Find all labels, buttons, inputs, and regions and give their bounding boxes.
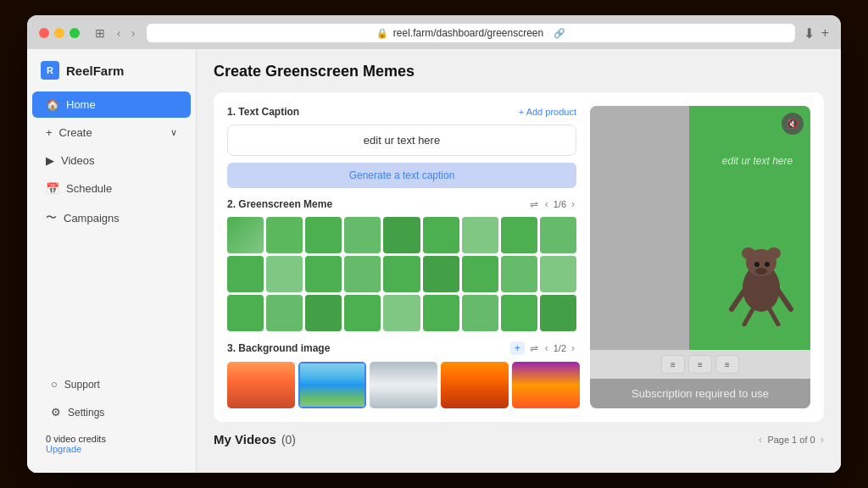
generate-caption-button[interactable]: Generate a text caption: [227, 163, 576, 188]
bg-item[interactable]: [441, 362, 509, 408]
traffic-light-green[interactable]: [70, 28, 80, 38]
bg-next-arrow[interactable]: ›: [570, 342, 576, 354]
gs-item[interactable]: [266, 217, 303, 253]
add-product-button[interactable]: + Add product: [519, 107, 576, 117]
page-next-arrow[interactable]: ›: [821, 433, 824, 446]
align-right-icon: ≡: [725, 360, 730, 369]
svg-point-2: [742, 247, 755, 259]
home-icon: 🏠: [46, 98, 59, 111]
forward-button[interactable]: ›: [128, 25, 139, 42]
download-icon[interactable]: ⬇: [804, 25, 815, 42]
address-bar[interactable]: 🔒 reel.farm/dashboard/greenscreen 🔗: [147, 24, 794, 42]
bg-item[interactable]: [370, 362, 437, 408]
sidebar-videos-label: Videos: [61, 154, 95, 167]
gs-item[interactable]: [462, 256, 498, 292]
sidebar-item-create[interactable]: + Create ∨: [32, 119, 191, 146]
browser-actions: ⬇ +: [804, 25, 829, 42]
sidebar-item-support[interactable]: ○ Support: [37, 371, 186, 397]
bg-pagination: ‹ 1/2 ›: [543, 342, 576, 354]
main-content: Create Greenscreen Memes 1. Text Caption…: [197, 49, 841, 473]
gs-item[interactable]: [540, 256, 576, 292]
browser-content: R ReelFarm 🏠 Home + Create ∨ ▶ Videos 📅 …: [27, 49, 841, 473]
nav-arrows: ‹ ›: [114, 25, 138, 42]
gs-item[interactable]: [266, 295, 303, 331]
gs-item[interactable]: [227, 217, 264, 253]
align-left-button[interactable]: ≡: [661, 355, 685, 374]
gs-item[interactable]: [501, 217, 537, 253]
background-section: 3. Background image + ⇌ ‹ 1/2 ›: [227, 341, 576, 408]
page-info: Page 1 of 0: [767, 435, 815, 445]
align-center-button[interactable]: ≡: [688, 355, 712, 374]
svg-line-10: [770, 309, 778, 324]
gs-prev-arrow[interactable]: ‹: [543, 198, 550, 210]
subscription-button[interactable]: Subscription required to use: [590, 379, 810, 408]
bg-item[interactable]: [227, 362, 295, 408]
settings-icon: ⚙: [51, 406, 61, 419]
content-card: 1. Text Caption + Add product Generate a…: [214, 92, 824, 422]
greenscreen-label: 2. Greenscreen Meme: [227, 198, 332, 210]
right-panel: edit ur text here: [590, 106, 810, 408]
new-tab-icon[interactable]: +: [821, 25, 829, 42]
gs-item[interactable]: [462, 217, 498, 253]
traffic-light-yellow[interactable]: [54, 28, 64, 38]
bg-prev-arrow[interactable]: ‹: [543, 342, 550, 354]
credits-section: 0 video credits Upgrade: [32, 427, 191, 461]
gs-item[interactable]: [423, 295, 459, 331]
shuffle-bg-icon[interactable]: ⇌: [530, 342, 538, 354]
credits-label: 0 video credits: [46, 434, 177, 444]
grid-icon[interactable]: ⊞: [95, 26, 105, 40]
gs-item[interactable]: [540, 295, 576, 331]
sidebar-support-label: Support: [64, 379, 100, 391]
text-caption-header: 1. Text Caption + Add product: [227, 106, 576, 118]
preview-area: edit ur text here: [590, 106, 810, 350]
upgrade-button[interactable]: Upgrade: [46, 444, 177, 454]
shuffle-icon[interactable]: ⇌: [530, 198, 538, 210]
bg-page: 1/2: [554, 343, 566, 353]
sidebar-item-schedule[interactable]: 📅 Schedule: [32, 175, 191, 202]
gs-item[interactable]: [383, 217, 420, 253]
gs-item[interactable]: [344, 256, 381, 292]
logo-icon: R: [41, 61, 59, 80]
gs-item[interactable]: [305, 295, 342, 331]
gs-next-arrow[interactable]: ›: [570, 198, 576, 210]
page-prev-arrow[interactable]: ‹: [759, 433, 762, 446]
mute-button[interactable]: 🔇: [782, 113, 804, 135]
sidebar-item-home[interactable]: 🏠 Home: [32, 92, 191, 118]
greenscreen-grid: [227, 217, 576, 331]
gs-item[interactable]: [344, 217, 381, 253]
bg-item[interactable]: [298, 362, 366, 408]
svg-point-5: [765, 262, 770, 267]
gs-item[interactable]: [423, 256, 459, 292]
gs-item[interactable]: [383, 295, 420, 331]
align-right-button[interactable]: ≡: [715, 355, 739, 374]
traffic-lights: [39, 28, 80, 38]
bg-item[interactable]: [512, 362, 580, 408]
traffic-light-red[interactable]: [39, 28, 49, 38]
gs-item[interactable]: [305, 217, 342, 253]
gs-item[interactable]: [227, 256, 264, 292]
gs-item[interactable]: [540, 217, 576, 253]
add-bg-icon[interactable]: +: [510, 341, 525, 355]
gs-item[interactable]: [266, 256, 303, 292]
sidebar-item-campaigns[interactable]: 〜 Campaigns: [32, 203, 191, 232]
gs-item[interactable]: [501, 295, 537, 331]
align-center-icon: ≡: [698, 360, 703, 369]
share-icon: 🔗: [554, 28, 565, 39]
logo: R ReelFarm: [27, 61, 196, 92]
gs-item[interactable]: [423, 217, 459, 253]
gs-item[interactable]: [383, 256, 420, 292]
url-text: reel.farm/dashboard/greenscreen: [393, 27, 543, 39]
gs-item[interactable]: [501, 256, 537, 292]
sidebar-create-label: Create: [59, 126, 92, 139]
svg-line-8: [778, 291, 791, 309]
sidebar-item-settings[interactable]: ⚙ Settings: [37, 399, 186, 425]
gs-item[interactable]: [462, 295, 498, 331]
sidebar-item-videos[interactable]: ▶ Videos: [32, 147, 191, 174]
gs-item[interactable]: [227, 295, 264, 331]
gs-pagination: ‹ 1/6 ›: [543, 198, 576, 210]
text-caption-input[interactable]: [227, 125, 576, 156]
gs-item[interactable]: [344, 295, 381, 331]
back-button[interactable]: ‹: [114, 25, 125, 42]
svg-point-4: [754, 262, 760, 267]
gs-item[interactable]: [305, 256, 342, 292]
